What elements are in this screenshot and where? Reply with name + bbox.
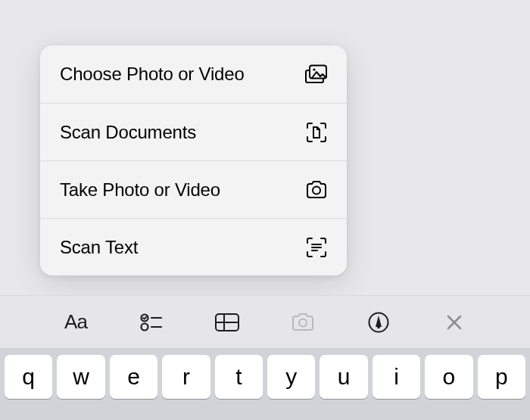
attachment-menu: Choose Photo or Video Scan Documents Tak… xyxy=(40,45,347,275)
keyboard-row: q w e r t y u i o p xyxy=(0,348,530,420)
menu-item-scan-text[interactable]: Scan Text xyxy=(40,218,347,275)
key-i[interactable]: i xyxy=(373,355,420,399)
key-o[interactable]: o xyxy=(425,355,472,399)
camera-button[interactable] xyxy=(286,306,320,339)
menu-item-label: Choose Photo or Video xyxy=(60,64,245,85)
key-u[interactable]: u xyxy=(320,355,367,399)
key-p[interactable]: p xyxy=(478,355,525,399)
menu-item-scan-documents[interactable]: Scan Documents xyxy=(40,103,347,160)
menu-item-label: Scan Documents xyxy=(60,122,196,143)
table-button[interactable] xyxy=(210,306,244,339)
key-e[interactable]: e xyxy=(110,355,157,399)
svg-point-13 xyxy=(299,319,307,326)
key-t[interactable]: t xyxy=(215,355,263,399)
svg-point-1 xyxy=(313,68,315,70)
scan-document-icon xyxy=(304,120,329,145)
markup-button[interactable] xyxy=(362,306,395,339)
format-button[interactable]: Aa xyxy=(59,306,92,339)
key-q[interactable]: q xyxy=(5,355,52,399)
key-w[interactable]: w xyxy=(57,355,104,399)
menu-item-choose-photo[interactable]: Choose Photo or Video xyxy=(40,45,347,103)
key-y[interactable]: y xyxy=(267,355,315,399)
svg-point-8 xyxy=(142,323,148,330)
notes-toolbar: Aa xyxy=(0,295,530,348)
key-r[interactable]: r xyxy=(162,355,210,399)
camera-icon xyxy=(304,178,329,202)
menu-item-label: Scan Text xyxy=(60,237,138,258)
menu-item-label: Take Photo or Video xyxy=(60,179,220,201)
svg-rect-15 xyxy=(377,325,379,328)
svg-point-2 xyxy=(313,186,320,194)
scan-text-icon xyxy=(304,235,329,260)
menu-item-take-photo[interactable]: Take Photo or Video xyxy=(40,160,347,218)
close-button[interactable] xyxy=(438,306,471,339)
gallery-icon xyxy=(304,62,329,86)
checklist-button[interactable] xyxy=(135,306,168,339)
